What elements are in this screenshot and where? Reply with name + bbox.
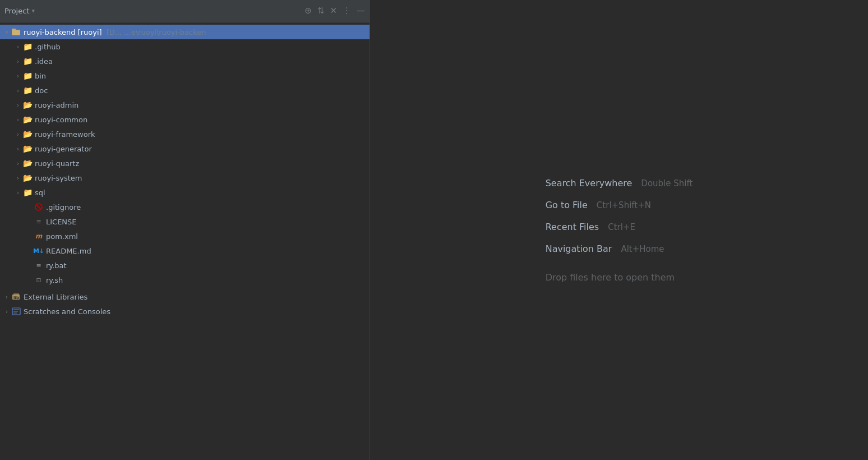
idea-folder-icon: 📁: [22, 56, 33, 66]
shortcut-row-recent: Recent Files Ctrl+E: [546, 222, 635, 232]
external-chevron: ›: [2, 294, 11, 300]
ruoyi-generator-chevron: ›: [13, 146, 22, 152]
tree-item-ruoyi-common[interactable]: › 📂 ruoyi-common: [0, 112, 370, 127]
shortcut-key-search: Double Shift: [641, 178, 692, 188]
root-chevron: ▾: [2, 29, 11, 35]
tree-item-bin[interactable]: › 📁 bin: [0, 68, 370, 83]
panel-title-chevron[interactable]: ▾: [31, 7, 35, 15]
tree-item-rysh[interactable]: ⊡ ry.sh: [0, 273, 370, 287]
github-chevron: ›: [13, 44, 22, 50]
tree-item-external-libraries[interactable]: › lib External Libraries: [0, 289, 370, 304]
ruoyi-system-chevron: ›: [13, 175, 22, 181]
idea-chevron: ›: [13, 58, 22, 65]
tree-item-ruoyi-quartz[interactable]: › 📂 ruoyi-quartz: [0, 156, 370, 171]
ruoyi-framework-chevron: ›: [13, 131, 22, 137]
idea-label: .idea: [35, 57, 53, 66]
shortcut-name-goto: Go to File: [546, 200, 588, 210]
ruoyi-common-chevron: ›: [13, 117, 22, 123]
ruoyi-system-folder-icon: 📂: [22, 173, 33, 183]
shortcut-key-navbar: Alt+Home: [621, 244, 664, 254]
tree-item-rybat[interactable]: ≡ ry.bat: [0, 258, 370, 273]
tree-item-scratches[interactable]: › Scratches and Consoles: [0, 304, 370, 319]
tree-root[interactable]: ▾ ruoyi-backend [ruoyi] [D... ...e\ruoyi…: [0, 25, 370, 39]
shortcut-key-recent: Ctrl+E: [608, 222, 635, 232]
readme-label: README.md: [46, 247, 91, 255]
minimize-icon[interactable]: —: [357, 7, 365, 15]
bin-label: bin: [35, 72, 46, 80]
shortcut-name-navbar: Navigation Bar: [546, 243, 612, 254]
sql-folder-icon: 📁: [22, 187, 33, 197]
panel-header-icons: ⊕ ⇅ ✕ ⋮ —: [304, 7, 365, 15]
shortcut-row-navbar: Navigation Bar Alt+Home: [546, 243, 664, 254]
svg-rect-2: [12, 30, 20, 35]
tree-item-sql[interactable]: › 📁 sql: [0, 185, 370, 200]
bin-folder-icon: 📁: [22, 71, 33, 81]
ruoyi-admin-label: ruoyi-admin: [35, 101, 79, 109]
gitignore-icon: [34, 202, 44, 212]
tree-item-license[interactable]: ≡ LICENSE: [0, 214, 370, 229]
external-libraries-label: External Libraries: [24, 293, 87, 301]
ruoyi-admin-chevron: ›: [13, 102, 22, 108]
sql-label: sql: [35, 188, 45, 197]
tree-item-doc[interactable]: › 📁 doc: [0, 83, 370, 98]
scratches-label: Scratches and Consoles: [24, 307, 110, 316]
doc-chevron: ›: [13, 88, 22, 94]
drop-text: Drop files here to open them: [546, 272, 675, 283]
tree-item-idea[interactable]: › 📁 .idea: [0, 54, 370, 68]
ruoyi-framework-label: ruoyi-framework: [35, 130, 95, 139]
tree-item-ruoyi-system[interactable]: › 📂 ruoyi-system: [0, 171, 370, 185]
rysh-label: ry.sh: [46, 276, 63, 284]
close-icon[interactable]: ✕: [330, 7, 337, 15]
svg-line-4: [37, 205, 41, 209]
rysh-icon: ⊡: [34, 275, 44, 285]
panel-header: Project ▾ ⊕ ⇅ ✕ ⋮ —: [0, 0, 370, 22]
svg-text:lib: lib: [13, 296, 19, 300]
add-icon[interactable]: ⊕: [304, 7, 312, 15]
drop-files-row: Drop files here to open them: [546, 268, 675, 283]
doc-folder-icon: 📁: [22, 85, 33, 95]
svg-rect-1: [12, 29, 16, 30]
shortcut-key-goto: Ctrl+Shift+N: [597, 200, 651, 210]
ruoyi-admin-folder-icon: 📂: [22, 100, 33, 110]
main-content: Search Everywhere Double Shift Go to Fil…: [370, 0, 868, 460]
github-folder-icon: 📁: [22, 42, 33, 52]
rybat-icon: ≡: [34, 260, 44, 270]
ruoyi-framework-folder-icon: 📂: [22, 129, 33, 139]
ruoyi-generator-folder-icon: 📂: [22, 144, 33, 154]
pom-icon: m: [34, 231, 44, 241]
shortcut-name-search: Search Everywhere: [546, 178, 632, 188]
gitignore-label: .gitignore: [46, 203, 81, 211]
scratches-chevron: ›: [2, 309, 11, 315]
ruoyi-common-folder-icon: 📂: [22, 114, 33, 125]
shortcut-row-goto: Go to File Ctrl+Shift+N: [546, 200, 651, 210]
tree-item-gitignore[interactable]: .gitignore: [0, 200, 370, 214]
sql-chevron: ›: [13, 190, 22, 196]
panel-title: Project ▾: [4, 7, 301, 15]
ruoyi-quartz-chevron: ›: [13, 160, 22, 167]
shortcuts-panel: Search Everywhere Double Shift Go to Fil…: [546, 178, 693, 283]
rybat-label: ry.bat: [46, 261, 67, 270]
ruoyi-quartz-folder-icon: 📂: [22, 158, 33, 168]
ruoyi-quartz-label: ruoyi-quartz: [35, 159, 79, 168]
tree-item-ruoyi-generator[interactable]: › 📂 ruoyi-generator: [0, 141, 370, 156]
tree-item-pom[interactable]: m pom.xml: [0, 229, 370, 243]
tree-item-ruoyi-admin[interactable]: › 📂 ruoyi-admin: [0, 98, 370, 112]
root-label: ruoyi-backend [ruoyi] [D... ...e\ruoyi\r…: [24, 28, 206, 36]
project-tree: ▾ ruoyi-backend [ruoyi] [D... ...e\ruoyi…: [0, 22, 370, 460]
bin-chevron: ›: [13, 73, 22, 79]
expand-collapse-icon[interactable]: ⇅: [317, 7, 325, 15]
tree-item-readme[interactable]: M↓ README.md: [0, 243, 370, 258]
shortcut-row-search: Search Everywhere Double Shift: [546, 178, 693, 188]
panel-title-label: Project: [4, 7, 29, 15]
license-label: LICENSE: [46, 218, 77, 226]
doc-label: doc: [35, 86, 48, 95]
readme-icon: M↓: [34, 246, 44, 256]
pom-label: pom.xml: [46, 232, 78, 241]
shortcut-name-recent: Recent Files: [546, 222, 599, 232]
project-panel: Project ▾ ⊕ ⇅ ✕ ⋮ — ▾ ruoyi-backend [ruo…: [0, 0, 370, 460]
ruoyi-common-label: ruoyi-common: [35, 116, 87, 124]
tree-item-ruoyi-framework[interactable]: › 📂 ruoyi-framework: [0, 127, 370, 141]
tree-item-github[interactable]: › 📁 .github: [0, 39, 370, 54]
root-folder-icon: [11, 27, 21, 37]
more-icon[interactable]: ⋮: [343, 7, 351, 15]
